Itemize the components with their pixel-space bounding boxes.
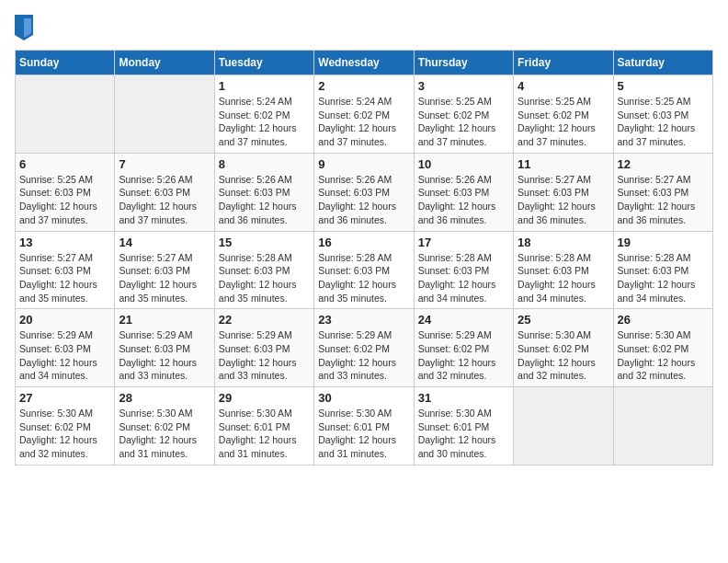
day-info: Sunrise: 5:27 AM Sunset: 6:03 PM Dayligh… <box>119 251 210 305</box>
day-info: Sunrise: 5:28 AM Sunset: 6:03 PM Dayligh… <box>318 251 409 305</box>
logo-icon <box>15 15 33 40</box>
page-header <box>15 15 713 40</box>
calendar-cell: 9Sunrise: 5:26 AM Sunset: 6:03 PM Daylig… <box>314 153 414 231</box>
day-number: 30 <box>318 391 409 405</box>
day-info: Sunrise: 5:30 AM Sunset: 6:01 PM Dayligh… <box>219 407 310 461</box>
day-number: 1 <box>219 79 310 93</box>
day-number: 27 <box>19 391 110 405</box>
day-number: 5 <box>618 79 709 93</box>
calendar-cell: 20Sunrise: 5:29 AM Sunset: 6:03 PM Dayli… <box>16 309 115 387</box>
day-info: Sunrise: 5:26 AM Sunset: 6:03 PM Dayligh… <box>318 173 409 227</box>
day-info: Sunrise: 5:30 AM Sunset: 6:02 PM Dayligh… <box>618 328 709 383</box>
day-of-week-header: Monday <box>115 51 214 75</box>
day-info: Sunrise: 5:26 AM Sunset: 6:03 PM Dayligh… <box>418 173 509 227</box>
calendar-cell: 16Sunrise: 5:28 AM Sunset: 6:03 PM Dayli… <box>314 231 414 309</box>
day-number: 22 <box>219 313 310 327</box>
calendar-cell: 17Sunrise: 5:28 AM Sunset: 6:03 PM Dayli… <box>414 231 513 309</box>
calendar-cell: 3Sunrise: 5:25 AM Sunset: 6:02 PM Daylig… <box>414 75 513 154</box>
calendar-cell <box>16 75 115 154</box>
day-info: Sunrise: 5:29 AM Sunset: 6:03 PM Dayligh… <box>119 328 210 383</box>
day-info: Sunrise: 5:28 AM Sunset: 6:03 PM Dayligh… <box>418 251 509 305</box>
day-info: Sunrise: 5:27 AM Sunset: 6:03 PM Dayligh… <box>618 173 709 227</box>
day-number: 8 <box>219 157 310 171</box>
day-number: 31 <box>418 391 509 405</box>
day-info: Sunrise: 5:30 AM Sunset: 6:01 PM Dayligh… <box>418 407 509 461</box>
day-info: Sunrise: 5:25 AM Sunset: 6:02 PM Dayligh… <box>418 95 509 149</box>
calendar-cell: 26Sunrise: 5:30 AM Sunset: 6:02 PM Dayli… <box>613 309 712 387</box>
day-number: 9 <box>318 157 409 171</box>
calendar-cell: 2Sunrise: 5:24 AM Sunset: 6:02 PM Daylig… <box>314 75 414 154</box>
calendar-cell: 24Sunrise: 5:29 AM Sunset: 6:02 PM Dayli… <box>414 309 513 387</box>
calendar-cell: 21Sunrise: 5:29 AM Sunset: 6:03 PM Dayli… <box>115 309 214 387</box>
calendar-cell: 14Sunrise: 5:27 AM Sunset: 6:03 PM Dayli… <box>115 231 214 309</box>
day-number: 24 <box>418 313 509 327</box>
calendar-cell: 12Sunrise: 5:27 AM Sunset: 6:03 PM Dayli… <box>613 153 712 231</box>
day-number: 18 <box>518 236 609 249</box>
day-info: Sunrise: 5:29 AM Sunset: 6:02 PM Dayligh… <box>318 328 409 383</box>
day-info: Sunrise: 5:24 AM Sunset: 6:02 PM Dayligh… <box>318 95 409 149</box>
calendar-cell: 18Sunrise: 5:28 AM Sunset: 6:03 PM Dayli… <box>514 231 613 309</box>
calendar-cell: 25Sunrise: 5:30 AM Sunset: 6:02 PM Dayli… <box>514 309 613 387</box>
day-info: Sunrise: 5:30 AM Sunset: 6:02 PM Dayligh… <box>119 407 210 461</box>
calendar-cell: 22Sunrise: 5:29 AM Sunset: 6:03 PM Dayli… <box>214 309 313 387</box>
day-number: 20 <box>19 313 110 327</box>
day-info: Sunrise: 5:29 AM Sunset: 6:03 PM Dayligh… <box>19 328 110 383</box>
calendar-cell: 6Sunrise: 5:25 AM Sunset: 6:03 PM Daylig… <box>16 153 115 231</box>
day-number: 28 <box>119 391 210 405</box>
day-number: 25 <box>518 313 609 327</box>
calendar-cell: 10Sunrise: 5:26 AM Sunset: 6:03 PM Dayli… <box>414 153 513 231</box>
day-number: 15 <box>219 236 310 249</box>
day-info: Sunrise: 5:28 AM Sunset: 6:03 PM Dayligh… <box>518 251 609 305</box>
calendar-cell: 15Sunrise: 5:28 AM Sunset: 6:03 PM Dayli… <box>214 231 313 309</box>
day-number: 13 <box>19 236 110 249</box>
day-number: 14 <box>119 236 210 249</box>
day-of-week-header: Wednesday <box>314 51 414 75</box>
day-number: 19 <box>618 236 709 249</box>
day-info: Sunrise: 5:26 AM Sunset: 6:03 PM Dayligh… <box>219 173 310 227</box>
day-info: Sunrise: 5:25 AM Sunset: 6:02 PM Dayligh… <box>518 95 609 149</box>
day-info: Sunrise: 5:27 AM Sunset: 6:03 PM Dayligh… <box>518 173 609 227</box>
calendar-week-row: 13Sunrise: 5:27 AM Sunset: 6:03 PM Dayli… <box>16 231 713 309</box>
day-number: 29 <box>219 391 310 405</box>
day-info: Sunrise: 5:28 AM Sunset: 6:03 PM Dayligh… <box>219 251 310 305</box>
day-info: Sunrise: 5:29 AM Sunset: 6:03 PM Dayligh… <box>219 328 310 383</box>
day-number: 4 <box>518 79 609 93</box>
calendar-cell: 23Sunrise: 5:29 AM Sunset: 6:02 PM Dayli… <box>314 309 414 387</box>
calendar-cell <box>514 387 613 465</box>
day-info: Sunrise: 5:25 AM Sunset: 6:03 PM Dayligh… <box>618 95 709 149</box>
calendar-week-row: 1Sunrise: 5:24 AM Sunset: 6:02 PM Daylig… <box>16 75 713 154</box>
calendar-week-row: 20Sunrise: 5:29 AM Sunset: 6:03 PM Dayli… <box>16 309 713 387</box>
day-number: 17 <box>418 236 509 249</box>
calendar-cell: 4Sunrise: 5:25 AM Sunset: 6:02 PM Daylig… <box>514 75 613 154</box>
calendar-cell: 28Sunrise: 5:30 AM Sunset: 6:02 PM Dayli… <box>115 387 214 465</box>
day-of-week-header: Saturday <box>613 51 712 75</box>
day-info: Sunrise: 5:29 AM Sunset: 6:02 PM Dayligh… <box>418 328 509 383</box>
calendar-cell: 7Sunrise: 5:26 AM Sunset: 6:03 PM Daylig… <box>115 153 214 231</box>
calendar-table: SundayMondayTuesdayWednesdayThursdayFrid… <box>15 50 713 465</box>
day-of-week-header: Sunday <box>16 51 115 75</box>
calendar-cell: 27Sunrise: 5:30 AM Sunset: 6:02 PM Dayli… <box>16 387 115 465</box>
day-of-week-header: Tuesday <box>214 51 313 75</box>
day-info: Sunrise: 5:30 AM Sunset: 6:02 PM Dayligh… <box>518 328 609 383</box>
calendar-cell: 13Sunrise: 5:27 AM Sunset: 6:03 PM Dayli… <box>16 231 115 309</box>
calendar-cell: 8Sunrise: 5:26 AM Sunset: 6:03 PM Daylig… <box>214 153 313 231</box>
day-number: 2 <box>318 79 409 93</box>
day-number: 3 <box>418 79 509 93</box>
day-number: 11 <box>518 157 609 171</box>
day-of-week-header: Thursday <box>414 51 513 75</box>
calendar-cell: 31Sunrise: 5:30 AM Sunset: 6:01 PM Dayli… <box>414 387 513 465</box>
calendar-cell <box>115 75 214 154</box>
day-number: 12 <box>618 157 709 171</box>
logo <box>15 15 37 40</box>
day-info: Sunrise: 5:30 AM Sunset: 6:02 PM Dayligh… <box>19 407 110 461</box>
day-info: Sunrise: 5:24 AM Sunset: 6:02 PM Dayligh… <box>219 95 310 149</box>
day-number: 26 <box>618 313 709 327</box>
calendar-week-row: 27Sunrise: 5:30 AM Sunset: 6:02 PM Dayli… <box>16 387 713 465</box>
calendar-header-row: SundayMondayTuesdayWednesdayThursdayFrid… <box>16 51 713 75</box>
calendar-cell: 19Sunrise: 5:28 AM Sunset: 6:03 PM Dayli… <box>613 231 712 309</box>
day-number: 21 <box>119 313 210 327</box>
day-info: Sunrise: 5:26 AM Sunset: 6:03 PM Dayligh… <box>119 173 210 227</box>
calendar-cell: 1Sunrise: 5:24 AM Sunset: 6:02 PM Daylig… <box>214 75 313 154</box>
day-number: 10 <box>418 157 509 171</box>
day-number: 6 <box>19 157 110 171</box>
